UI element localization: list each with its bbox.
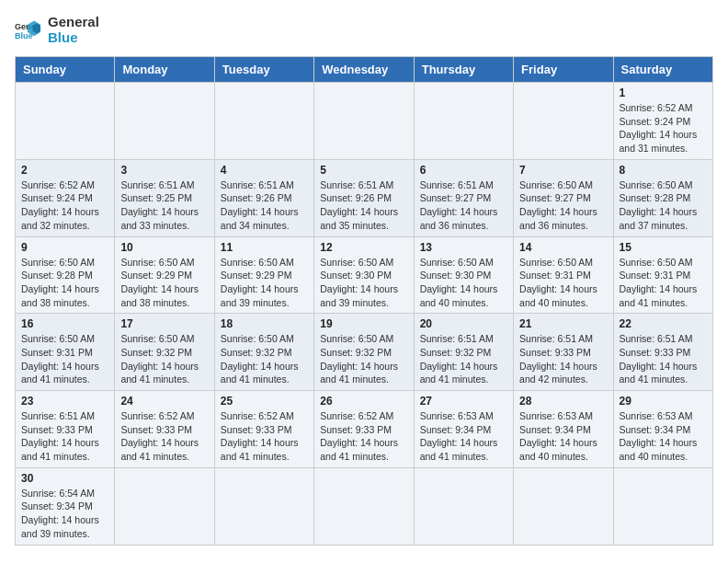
day-number: 30	[21, 472, 108, 485]
calendar-cell: 15Sunrise: 6:50 AM Sunset: 9:31 PM Dayli…	[613, 236, 712, 314]
calendar: SundayMondayTuesdayWednesdayThursdayFrid…	[15, 56, 713, 546]
day-number: 3	[120, 164, 208, 177]
day-info: Sunrise: 6:52 AM Sunset: 9:33 PM Dayligh…	[320, 409, 407, 464]
day-number: 4	[221, 164, 308, 177]
calendar-cell	[214, 83, 313, 160]
day-info: Sunrise: 6:50 AM Sunset: 9:28 PM Dayligh…	[21, 256, 108, 310]
day-info: Sunrise: 6:50 AM Sunset: 9:30 PM Dayligh…	[320, 256, 407, 310]
day-number: 20	[420, 317, 507, 330]
calendar-cell	[115, 467, 214, 545]
logo-blue-text: Blue	[48, 30, 99, 46]
weekday-header-wednesday: Wednesday	[314, 57, 414, 83]
header: General Blue General Blue	[15, 15, 713, 45]
calendar-cell	[214, 467, 313, 545]
day-number: 1	[620, 86, 707, 99]
day-number: 2	[21, 164, 108, 177]
day-number: 24	[120, 395, 208, 408]
day-info: Sunrise: 6:51 AM Sunset: 9:26 PM Dayligh…	[221, 178, 308, 233]
calendar-cell: 17Sunrise: 6:50 AM Sunset: 9:32 PM Dayli…	[115, 314, 214, 391]
calendar-cell: 1Sunrise: 6:52 AM Sunset: 9:24 PM Daylig…	[613, 83, 712, 160]
day-number: 29	[620, 395, 707, 408]
logo-general-text: General	[48, 15, 99, 30]
day-info: Sunrise: 6:53 AM Sunset: 9:34 PM Dayligh…	[519, 409, 607, 464]
day-info: Sunrise: 6:54 AM Sunset: 9:34 PM Dayligh…	[21, 487, 108, 541]
day-info: Sunrise: 6:53 AM Sunset: 9:34 PM Dayligh…	[420, 409, 507, 464]
day-info: Sunrise: 6:52 AM Sunset: 9:24 PM Dayligh…	[21, 178, 108, 233]
calendar-cell: 11Sunrise: 6:50 AM Sunset: 9:29 PM Dayli…	[214, 236, 313, 314]
calendar-cell: 10Sunrise: 6:50 AM Sunset: 9:29 PM Dayli…	[115, 236, 214, 314]
calendar-cell: 23Sunrise: 6:51 AM Sunset: 9:33 PM Dayli…	[16, 391, 115, 468]
day-info: Sunrise: 6:50 AM Sunset: 9:29 PM Dayligh…	[120, 256, 208, 310]
calendar-cell	[414, 467, 513, 545]
logo-icon: General Blue	[15, 19, 40, 41]
weekday-header-friday: Friday	[514, 57, 613, 83]
day-info: Sunrise: 6:50 AM Sunset: 9:31 PM Dayligh…	[620, 256, 707, 310]
calendar-cell: 3Sunrise: 6:51 AM Sunset: 9:25 PM Daylig…	[115, 159, 214, 236]
calendar-cell: 25Sunrise: 6:52 AM Sunset: 9:33 PM Dayli…	[214, 391, 313, 468]
day-info: Sunrise: 6:52 AM Sunset: 9:33 PM Dayligh…	[120, 409, 208, 464]
calendar-cell	[314, 83, 414, 160]
calendar-cell	[314, 467, 414, 545]
calendar-cell: 12Sunrise: 6:50 AM Sunset: 9:30 PM Dayli…	[314, 236, 414, 314]
day-info: Sunrise: 6:50 AM Sunset: 9:30 PM Dayligh…	[420, 256, 507, 310]
day-info: Sunrise: 6:51 AM Sunset: 9:27 PM Dayligh…	[420, 178, 507, 233]
calendar-cell: 18Sunrise: 6:50 AM Sunset: 9:32 PM Dayli…	[214, 314, 313, 391]
calendar-cell	[414, 83, 513, 160]
calendar-cell: 9Sunrise: 6:50 AM Sunset: 9:28 PM Daylig…	[16, 236, 115, 314]
day-number: 19	[320, 317, 407, 330]
calendar-cell	[613, 467, 712, 545]
calendar-cell: 29Sunrise: 6:53 AM Sunset: 9:34 PM Dayli…	[613, 391, 712, 468]
day-number: 6	[420, 164, 507, 177]
day-number: 10	[120, 241, 208, 254]
day-number: 26	[320, 395, 407, 408]
day-number: 8	[620, 164, 707, 177]
day-number: 12	[320, 241, 407, 254]
day-number: 16	[21, 317, 108, 330]
day-info: Sunrise: 6:51 AM Sunset: 9:32 PM Dayligh…	[420, 332, 507, 386]
day-number: 7	[519, 164, 607, 177]
day-number: 21	[519, 317, 607, 330]
day-info: Sunrise: 6:51 AM Sunset: 9:25 PM Dayligh…	[120, 178, 208, 233]
day-info: Sunrise: 6:51 AM Sunset: 9:33 PM Dayligh…	[620, 332, 707, 386]
day-info: Sunrise: 6:51 AM Sunset: 9:33 PM Dayligh…	[519, 332, 607, 386]
day-info: Sunrise: 6:50 AM Sunset: 9:31 PM Dayligh…	[519, 256, 607, 310]
day-info: Sunrise: 6:50 AM Sunset: 9:32 PM Dayligh…	[221, 332, 308, 386]
day-number: 25	[221, 395, 308, 408]
calendar-cell: 28Sunrise: 6:53 AM Sunset: 9:34 PM Dayli…	[514, 391, 613, 468]
calendar-cell: 19Sunrise: 6:50 AM Sunset: 9:32 PM Dayli…	[314, 314, 414, 391]
calendar-cell	[16, 83, 115, 160]
calendar-cell: 2Sunrise: 6:52 AM Sunset: 9:24 PM Daylig…	[16, 159, 115, 236]
calendar-header: SundayMondayTuesdayWednesdayThursdayFrid…	[16, 57, 713, 83]
calendar-cell	[115, 83, 214, 160]
day-info: Sunrise: 6:50 AM Sunset: 9:28 PM Dayligh…	[620, 178, 707, 233]
calendar-cell: 20Sunrise: 6:51 AM Sunset: 9:32 PM Dayli…	[414, 314, 513, 391]
day-number: 28	[519, 395, 607, 408]
calendar-cell: 13Sunrise: 6:50 AM Sunset: 9:30 PM Dayli…	[414, 236, 513, 314]
day-number: 22	[620, 317, 707, 330]
weekday-header-monday: Monday	[115, 57, 214, 83]
calendar-cell: 22Sunrise: 6:51 AM Sunset: 9:33 PM Dayli…	[613, 314, 712, 391]
calendar-cell: 7Sunrise: 6:50 AM Sunset: 9:27 PM Daylig…	[514, 159, 613, 236]
day-number: 9	[21, 241, 108, 254]
calendar-cell: 5Sunrise: 6:51 AM Sunset: 9:26 PM Daylig…	[314, 159, 414, 236]
day-number: 27	[420, 395, 507, 408]
calendar-cell: 26Sunrise: 6:52 AM Sunset: 9:33 PM Dayli…	[314, 391, 414, 468]
day-number: 17	[120, 317, 208, 330]
day-number: 11	[221, 241, 308, 254]
calendar-cell: 14Sunrise: 6:50 AM Sunset: 9:31 PM Dayli…	[514, 236, 613, 314]
day-number: 14	[519, 241, 607, 254]
day-number: 18	[221, 317, 308, 330]
weekday-header-saturday: Saturday	[613, 57, 712, 83]
day-info: Sunrise: 6:50 AM Sunset: 9:32 PM Dayligh…	[320, 332, 407, 386]
weekday-header-tuesday: Tuesday	[214, 57, 313, 83]
calendar-cell: 8Sunrise: 6:50 AM Sunset: 9:28 PM Daylig…	[613, 159, 712, 236]
weekday-header-sunday: Sunday	[16, 57, 115, 83]
day-info: Sunrise: 6:50 AM Sunset: 9:27 PM Dayligh…	[519, 178, 607, 233]
calendar-cell: 6Sunrise: 6:51 AM Sunset: 9:27 PM Daylig…	[414, 159, 513, 236]
day-info: Sunrise: 6:50 AM Sunset: 9:32 PM Dayligh…	[120, 332, 208, 386]
day-number: 23	[21, 395, 108, 408]
calendar-cell	[514, 467, 613, 545]
day-info: Sunrise: 6:52 AM Sunset: 9:33 PM Dayligh…	[221, 409, 308, 464]
logo: General Blue General Blue	[15, 15, 99, 45]
calendar-cell: 30Sunrise: 6:54 AM Sunset: 9:34 PM Dayli…	[16, 467, 115, 545]
